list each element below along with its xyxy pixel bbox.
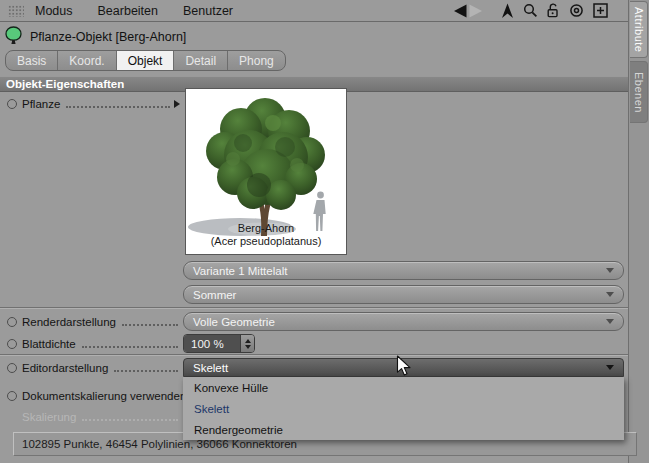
menu-item-rendergeometrie[interactable]: Rendergeometrie [183, 419, 624, 440]
attribute-manager-window: Modus Bearbeiten Benutzer Attribute Eben… [0, 0, 649, 463]
plant-species: (Acer pseudoplatanus) [186, 235, 346, 248]
tab-phong[interactable]: Phong [228, 51, 285, 70]
target-icon[interactable] [569, 3, 584, 18]
row-pflanze: Pflanze [0, 95, 182, 113]
tab-objekt[interactable]: Objekt [117, 51, 175, 70]
tab-koord[interactable]: Koord. [58, 51, 116, 70]
attribute-tabs: Basis Koord. Objekt Detail Phong [5, 50, 286, 71]
label-renderdarstellung: Renderdarstellung [22, 316, 116, 328]
add-box-icon[interactable] [593, 3, 608, 18]
history-forward-icon[interactable] [468, 4, 484, 18]
editordarstellung-value: Skelett [193, 362, 228, 374]
editordarstellung-menu: Konvexe Hülle Skelett Rendergeometrie [183, 377, 624, 440]
label-editordarstellung: Editordarstellung [22, 362, 108, 374]
menubar: Modus Bearbeiten Benutzer [0, 0, 628, 22]
plant-caption: Berg-Ahorn (Acer pseudoplatanus) [186, 222, 346, 247]
side-tab-attribute[interactable]: Attribute [630, 1, 648, 58]
dotted-leader [114, 364, 178, 372]
row-editordarstellung: Editordarstellung [0, 359, 182, 377]
blattdichte-input: 100 % [183, 334, 255, 353]
row-renderdarstellung: Renderdarstellung [0, 313, 182, 331]
dotted-leader [66, 100, 170, 108]
keyframe-circle-icon[interactable] [7, 339, 17, 349]
blattdichte-value-field[interactable]: 100 % [184, 335, 240, 352]
renderdarstellung-dropdown[interactable]: Volle Geometrie [183, 312, 624, 331]
keyframe-circle-icon[interactable] [7, 363, 17, 373]
object-header: Pflanze-Objekt [Berg-Ahorn] [5, 27, 186, 47]
dotted-leader [122, 318, 178, 326]
saison-dropdown[interactable]: Sommer [183, 285, 624, 304]
stepper-down-icon[interactable] [245, 345, 251, 349]
row-skalierung: Skalierung [0, 408, 182, 426]
chevron-down-icon [606, 365, 614, 370]
row-dokumentskalierung: Dokumentskalierung verwenden [0, 387, 200, 405]
side-tab-ebenen[interactable]: Ebenen [630, 61, 648, 123]
side-tab-strip: Attribute Ebenen [628, 0, 649, 463]
object-title: Pflanze-Objekt [Berg-Ahorn] [30, 30, 186, 44]
blattdichte-stepper[interactable] [240, 335, 254, 352]
search-icon[interactable] [523, 3, 538, 18]
stepper-up-icon[interactable] [245, 339, 251, 343]
menu-benutzer[interactable]: Benutzer [183, 4, 233, 18]
label-skalierung: Skalierung [22, 411, 76, 423]
keyframe-circle-icon[interactable] [7, 391, 17, 401]
saison-value: Sommer [193, 289, 236, 301]
plant-tree-icon [5, 26, 22, 49]
menubar-nav-icons [452, 3, 628, 19]
menu-item-skelett[interactable]: Skelett [183, 398, 624, 419]
expand-triangle-icon[interactable] [174, 100, 180, 108]
separator [0, 354, 628, 356]
tab-basis[interactable]: Basis [6, 51, 58, 70]
editordarstellung-dropdown-open[interactable]: Skelett [183, 358, 624, 377]
row-blattdichte: Blattdichte [0, 335, 182, 353]
lock-open-icon[interactable] [547, 3, 560, 18]
variante-dropdown[interactable]: Variante 1 Mittelalt [183, 261, 624, 280]
menu-modus[interactable]: Modus [35, 4, 73, 18]
grip-handle-icon[interactable] [8, 5, 24, 17]
keyframe-circle-icon[interactable] [7, 317, 17, 327]
label-pflanze: Pflanze [22, 98, 60, 110]
dotted-leader [82, 413, 178, 421]
up-arrow-icon[interactable] [501, 3, 514, 19]
plant-name: Berg-Ahorn [186, 222, 346, 235]
plant-preview[interactable]: Berg-Ahorn (Acer pseudoplatanus) [185, 88, 347, 255]
menu-item-konvexe-huelle[interactable]: Konvexe Hülle [183, 377, 624, 398]
chevron-down-icon [606, 268, 614, 273]
history-back-icon[interactable] [452, 4, 468, 18]
separator [0, 307, 628, 309]
label-blattdichte: Blattdichte [22, 338, 76, 350]
variante-value: Variante 1 Mittelalt [193, 265, 287, 277]
renderdarstellung-value: Volle Geometrie [193, 316, 275, 328]
tab-detail[interactable]: Detail [174, 51, 228, 70]
label-dokumentskalierung: Dokumentskalierung verwenden [22, 390, 186, 402]
menu-bearbeiten[interactable]: Bearbeiten [98, 4, 158, 18]
keyframe-circle-icon[interactable] [7, 99, 17, 109]
chevron-down-icon [606, 319, 614, 324]
chevron-down-icon [606, 292, 614, 297]
dotted-leader [82, 340, 178, 348]
